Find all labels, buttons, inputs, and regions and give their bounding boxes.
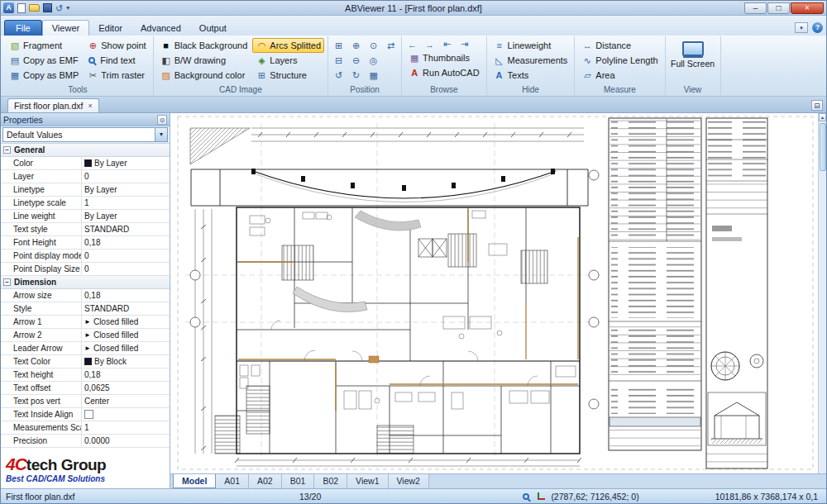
group-label-hide: Hide [490, 84, 571, 96]
property-row[interactable]: Font Height0,18 [1, 236, 170, 250]
trim-raster-button[interactable]: Trim raster [84, 68, 149, 83]
property-row[interactable]: ColorBy Layer [1, 157, 170, 170]
property-row[interactable]: LinetypeBy Layer [1, 183, 170, 197]
undo-icon[interactable] [55, 3, 63, 13]
background-color-button[interactable]: Background color [157, 68, 251, 83]
property-row[interactable]: Text pos vertCenter [1, 395, 170, 408]
new-file-icon[interactable] [17, 3, 26, 13]
chevron-down-icon[interactable] [155, 128, 167, 141]
previous-view-icon[interactable]: ← [405, 38, 419, 50]
preset-combobox[interactable]: Default Values [2, 127, 168, 142]
zoom-previous-icon[interactable]: ◎ [366, 55, 380, 67]
scroll-up-icon[interactable] [819, 113, 826, 121]
close-button[interactable] [791, 2, 824, 14]
vertical-scrollbar[interactable] [818, 113, 826, 473]
zoom-out-icon[interactable]: ⊖ [349, 55, 363, 67]
tab-viewer[interactable]: Viewer [42, 20, 89, 36]
area-button[interactable]: Area [578, 68, 661, 83]
copy-as-emf-button[interactable]: Copy as EMF [6, 53, 82, 68]
sheet-tab-view1[interactable]: View1 [347, 474, 388, 488]
cad-drawing[interactable] [170, 113, 818, 473]
sheet-tab-b01[interactable]: B01 [282, 474, 315, 488]
tab-advanced[interactable]: Advanced [131, 21, 190, 36]
texts-button[interactable]: Texts [490, 68, 571, 83]
bw-drawing-button[interactable]: B/W drawing [157, 53, 251, 68]
section-dimension[interactable]: Dimension [1, 276, 170, 289]
distance-button[interactable]: Distance [578, 38, 661, 53]
style-picker-icon[interactable] [795, 22, 808, 33]
close-tab-icon[interactable] [88, 102, 92, 110]
zoom-status-icon[interactable] [523, 493, 529, 500]
thumbnails-button[interactable]: Thumbnails [405, 50, 482, 65]
property-row[interactable]: StyleSTANDARD [1, 302, 170, 316]
vendor-logo: 4C tech Group Best CAD/CAM Solutions [1, 448, 170, 488]
property-row[interactable]: Linetype scale1 [1, 197, 170, 210]
maximize-button[interactable] [767, 2, 790, 14]
document-tab[interactable]: First floor plan.dxf [7, 98, 99, 112]
find-text-button[interactable]: Find text [84, 53, 149, 68]
property-row[interactable]: Arrow 2Closed filled [1, 329, 170, 342]
property-row[interactable]: Text Inside Align [1, 408, 170, 421]
run-autocad-button[interactable]: Run AutoCAD [405, 65, 482, 80]
cad-canvas[interactable] [170, 113, 818, 473]
rotate-right-icon[interactable]: ↻ [349, 69, 363, 82]
scrollbar-thumb[interactable] [820, 123, 826, 171]
tab-editor[interactable]: Editor [89, 21, 131, 36]
last-page-icon[interactable]: ⇥ [457, 38, 471, 50]
help-icon[interactable] [812, 22, 823, 33]
zoom-dynamic-icon[interactable]: ⊙ [366, 40, 380, 52]
show-point-button[interactable]: Show point [84, 38, 149, 53]
pin-icon[interactable] [157, 115, 167, 125]
app-icon[interactable] [3, 2, 14, 13]
save-icon[interactable] [43, 3, 52, 12]
property-row[interactable]: Text offset0,0625 [1, 382, 170, 395]
measurements-button[interactable]: Measurements [490, 53, 571, 68]
sheet-tab-model[interactable]: Model [173, 474, 216, 488]
sheet-tab-b02[interactable]: B02 [314, 474, 347, 488]
canvas-controls-icon[interactable] [811, 100, 823, 111]
black-background-button[interactable]: Black Background [157, 38, 251, 53]
pan-icon[interactable]: ⇄ [384, 40, 398, 52]
property-row[interactable]: Text ColorBy Block [1, 355, 170, 368]
sheet-tab-view2[interactable]: View2 [389, 474, 429, 488]
property-row[interactable]: Measurements Scale1 [1, 421, 170, 435]
open-file-icon[interactable] [29, 4, 40, 12]
collapse-icon[interactable] [3, 146, 11, 154]
property-row[interactable]: Text styleSTANDARD [1, 223, 170, 236]
property-row[interactable]: Leader ArrowClosed filled [1, 342, 170, 355]
logo-tagline: Best CAD/CAM Solutions [6, 474, 165, 483]
property-row[interactable]: Layer0 [1, 170, 170, 183]
arcs-splitted-button[interactable]: Arcs Splitted [252, 38, 324, 53]
property-row[interactable]: Point display mode0 [1, 250, 170, 263]
property-row[interactable]: Line weightBy Layer [1, 210, 170, 223]
minimize-button[interactable] [744, 2, 767, 14]
fragment-button[interactable]: Fragment [6, 38, 82, 53]
sheet-tab-a02[interactable]: A02 [249, 474, 282, 488]
section-general[interactable]: General [1, 144, 170, 157]
polyline-length-button[interactable]: Polyline Length [578, 53, 661, 68]
structure-button[interactable]: Structure [252, 68, 324, 83]
zoom-scale-icon[interactable]: ▦ [366, 69, 380, 82]
zoom-in-icon[interactable]: ⊕ [349, 40, 363, 52]
property-row[interactable]: Precision0.0000 [1, 435, 170, 448]
layers-button[interactable]: Layers [252, 53, 324, 68]
tab-output[interactable]: Output [190, 21, 236, 36]
qat-dropdown-icon[interactable] [66, 4, 69, 12]
property-row[interactable]: Text height0,18 [1, 368, 170, 382]
property-row[interactable]: Point Display Size0 [1, 263, 170, 276]
property-row[interactable]: Arrow 1Closed filled [1, 316, 170, 329]
full-screen-icon [682, 41, 704, 56]
collapse-icon[interactable] [3, 278, 11, 286]
sheet-tab-a01[interactable]: A01 [216, 474, 249, 488]
zoom-all-icon[interactable]: ⊟ [332, 55, 346, 67]
rotate-left-icon[interactable]: ↺ [332, 69, 346, 82]
lineweight-button[interactable]: Lineweight [490, 38, 571, 53]
checkbox-icon[interactable] [84, 410, 93, 419]
first-page-icon[interactable]: ⇤ [440, 38, 454, 50]
next-view-icon[interactable]: → [423, 38, 437, 50]
tab-file[interactable]: File [4, 20, 42, 36]
copy-as-bmp-button[interactable]: Copy as BMP [6, 68, 82, 83]
zoom-window-icon[interactable]: ⊞ [332, 40, 346, 52]
property-row[interactable]: Arrow size0,18 [1, 289, 170, 302]
full-screen-button[interactable]: Full Screen [669, 38, 717, 69]
